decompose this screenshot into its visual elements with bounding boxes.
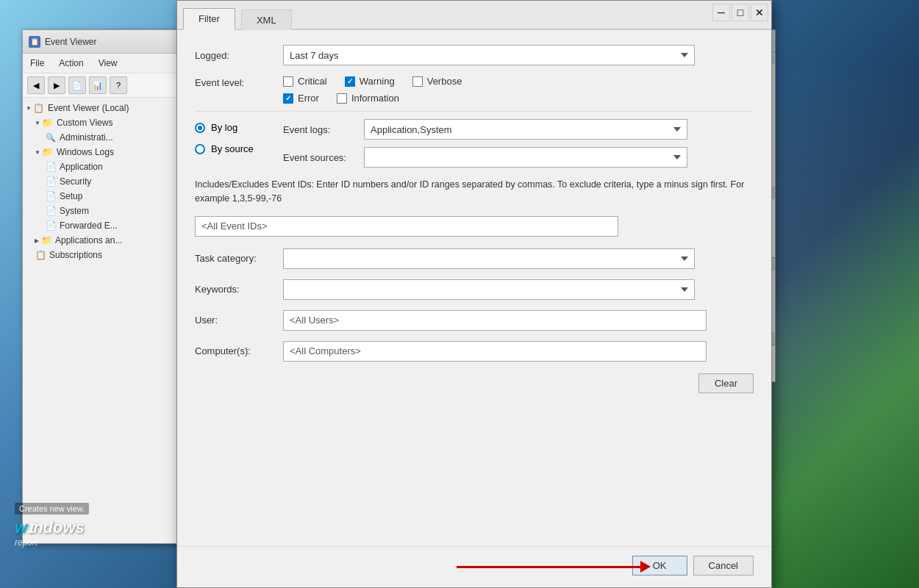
cb-item-critical: Critical [283,76,327,87]
properties-button[interactable]: 📊 [89,76,107,94]
computers-label: Computer(s): [195,345,283,356]
help-button[interactable]: ? [110,76,127,94]
ev-toolbar: ◀ ▶ 📄 📊 ? [23,74,198,98]
event-viewer-window: 📋 Event Viewer File Action View ◀ ▶ 📄 📊 … [22,29,199,544]
custom-views-icon: 📁 [42,117,54,129]
tree-label-forwarded: Forwarded E... [60,220,118,231]
windows-report-label: report [15,537,85,548]
user-input[interactable] [283,310,707,331]
cb-error[interactable] [283,93,293,104]
task-category-control [283,248,754,269]
event-sources-dropdown[interactable] [364,147,687,168]
back-button[interactable]: ◀ [27,76,45,94]
tree-item-administrative[interactable]: 🔍 Administrati... [23,130,198,145]
radio-by-log-label: By log [211,122,237,133]
computers-control [283,341,754,362]
expand-icon: ▶ [35,237,39,244]
creates-text: Creates new view. [15,503,89,514]
radio-column: By log By source [195,119,283,154]
tab-filter[interactable]: Filter [183,8,235,30]
level-row-1: Critical Warning Verbose [283,76,754,87]
arrow-head [640,561,651,573]
tree-label-system: System [60,206,89,216]
cb-label-warning: Warning [360,76,395,87]
tree-label-windows-logs: Windows Logs [57,147,114,157]
event-sources-row: Event sources: [283,147,754,168]
event-ids-row [195,216,754,237]
tree-item-apps-and-services[interactable]: ▶ 📁 Applications an... [23,233,198,248]
radio-by-log[interactable] [195,123,205,133]
task-category-arrow [681,257,688,261]
radio-by-source-row: By source [195,143,283,154]
close-button[interactable]: ✕ [751,4,768,21]
keywords-control [283,279,754,300]
cancel-button[interactable]: Cancel [693,556,754,576]
tree-label-apps-services: Applications an... [55,235,122,245]
minimize-button[interactable]: ─ [712,4,730,21]
tree-item-setup[interactable]: 📄 Setup [23,189,198,204]
keywords-arrow [681,287,688,292]
task-category-label: Task category: [195,253,283,264]
new-log-button[interactable]: 📄 [68,76,86,94]
subscriptions-icon: 📋 [35,249,46,261]
tree-item-system[interactable]: 📄 System [23,204,198,218]
tree-label-custom-views-text: Custom Views [57,118,112,128]
ev-menu-bar: File Action View [23,54,198,74]
keywords-row: Keywords: [195,279,754,300]
event-sources-label: Event sources: [283,152,357,163]
tab-xml[interactable]: XML [241,10,292,30]
logged-control: Last 7 days [283,45,754,65]
user-control [283,310,754,331]
event-ids-input[interactable] [195,216,618,237]
tree-item-application[interactable]: 📄 Application [23,159,198,174]
dialog-content: Logged: Last 7 days Event level: Critica… [177,30,771,546]
event-logs-arrow [673,127,681,132]
radio-by-source-label: By source [211,143,254,154]
tree-item-security[interactable]: 📄 Security [23,174,198,189]
cb-warning[interactable] [345,76,355,87]
event-sources-arrow [673,155,681,159]
expand-icon: ▼ [35,149,40,156]
tree-item-custom-views[interactable]: ▼ 📁 By log Custom Views [23,115,198,130]
logged-dropdown[interactable]: Last 7 days [283,45,695,65]
clear-button[interactable]: Clear [698,373,754,393]
keywords-dropdown[interactable] [283,279,695,300]
cb-label-information: Information [351,93,399,104]
log-fields-column: Event logs: Application,System Event sou… [283,119,754,168]
forward-button[interactable]: ▶ [48,76,65,94]
ev-menu-file[interactable]: File [27,57,47,70]
security-icon: 📄 [45,176,57,187]
tree-item-root[interactable]: ▼ 📋 Event Viewer (Local) [23,101,198,115]
radio-by-log-row: By log [195,122,283,133]
cb-information[interactable] [337,93,347,104]
task-category-row: Task category: [195,248,754,269]
cb-critical[interactable] [283,76,293,87]
event-logs-label: Event logs: [283,124,357,135]
setup-icon: 📄 [45,190,57,202]
logged-value: Last 7 days [290,50,339,61]
ev-menu-action[interactable]: Action [56,57,86,70]
cb-verbose[interactable] [412,76,423,87]
user-row: User: [195,310,754,331]
ev-tree: ▼ 📋 Event Viewer (Local) ▼ 📁 By log Cust… [23,98,198,265]
event-level-label: Event level: [195,76,283,88]
tree-label-subscriptions: Subscriptions [49,250,102,260]
logged-dropdown-arrow [681,53,688,57]
filter-dialog: Filter XML ─ □ ✕ Logged: Last 7 days Eve… [176,0,772,588]
radio-by-source[interactable] [195,144,205,154]
tree-label-administrative: Administrati... [60,132,113,143]
tree-item-subscriptions[interactable]: 📋 Subscriptions [23,248,198,262]
ev-title-text: Event Viewer [45,37,96,47]
event-logs-dropdown[interactable]: Application,System [364,119,687,140]
computers-input[interactable] [283,341,707,362]
task-category-dropdown[interactable] [283,248,695,269]
tree-item-windows-logs[interactable]: ▼ 📁 Windows Logs [23,145,198,159]
ev-menu-view[interactable]: View [96,57,121,70]
maximize-button[interactable]: □ [732,4,749,21]
logged-label: Logged: [195,50,283,61]
cb-item-warning: Warning [345,76,395,87]
cb-label-verbose: Verbose [427,76,462,87]
tree-item-forwarded[interactable]: 📄 Forwarded E... [23,218,198,233]
tree-label-security: Security [60,176,91,187]
log-source-section: By log By source Event logs: Application… [195,119,754,168]
